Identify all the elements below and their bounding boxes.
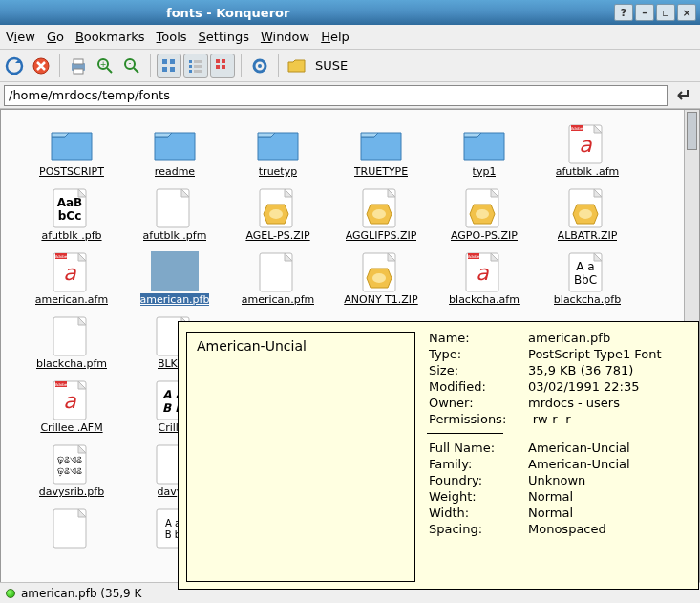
tooltip-key: Weight: — [427, 488, 526, 505]
folder-icon — [287, 57, 307, 75]
file-item[interactable]: AdobeaCrillee .AFM — [20, 377, 123, 434]
menu-window[interactable]: Window — [255, 30, 315, 44]
menu-bookmarks[interactable]: Bookmarks — [70, 30, 151, 44]
help-button[interactable]: ? — [614, 4, 633, 21]
file-icon — [252, 185, 304, 229]
file-item[interactable]: ANONY T1.ZIP — [329, 249, 433, 306]
suse-folder-button[interactable] — [285, 54, 309, 78]
zoom-in-button[interactable]: + — [93, 54, 117, 78]
window-title: fonts - Konqueror — [4, 6, 289, 20]
svg-text:AaB: AaB — [57, 196, 83, 209]
tooltip-value: 03/02/1991 22:35 — [526, 378, 690, 395]
file-item[interactable]: TRUETYPE — [329, 121, 433, 178]
svg-text:Adobe: Adobe — [55, 254, 68, 259]
file-item[interactable]: AGEL-PS.ZIP — [226, 185, 329, 242]
file-icon — [252, 121, 304, 165]
file-item[interactable]: truetyp — [226, 121, 329, 178]
svg-text:Adobe: Adobe — [571, 126, 583, 131]
file-label: ANONY T1.ZIP — [344, 293, 417, 306]
detail-view-button[interactable] — [210, 54, 235, 78]
go-button[interactable] — [671, 83, 696, 108]
file-item[interactable]: typ1 — [433, 121, 536, 178]
file-item[interactable]: Adobeablackcha.afm — [433, 249, 536, 306]
file-item[interactable]: american.pfb — [123, 249, 226, 306]
menu-view[interactable]: View — [0, 30, 41, 44]
titlebar: fonts - Konqueror ? – ▫ × — [0, 0, 700, 25]
svg-rect-17 — [189, 65, 192, 68]
svg-text:a: a — [476, 261, 489, 285]
file-label: typ1 — [473, 165, 497, 178]
file-icon: AaBbCc — [46, 185, 97, 229]
file-item[interactable]: AGGLIFPS.ZIP — [329, 185, 433, 242]
status-text: american.pfb (35,9 K — [21, 587, 141, 600]
file-label: american.pfm — [242, 293, 315, 306]
location-input[interactable] — [4, 85, 668, 106]
file-icon — [149, 249, 201, 293]
file-label: Crillee .AFM — [40, 421, 102, 434]
menu-settings[interactable]: Settings — [193, 30, 255, 44]
suse-label[interactable]: SUSE — [311, 58, 351, 73]
svg-rect-3 — [74, 59, 83, 64]
file-item[interactable]: POSTSCRIPT — [20, 121, 123, 178]
gear-icon — [250, 56, 269, 75]
zoom-out-icon: - — [122, 56, 141, 75]
svg-text:a: a — [63, 389, 76, 413]
tooltip-value: American-Uncial — [526, 440, 690, 456]
file-item[interactable]: afutblk .pfm — [123, 185, 226, 242]
menu-go[interactable]: Go — [41, 30, 70, 44]
file-item[interactable]: Adobeaamerican.afm — [20, 249, 123, 306]
tooltip-value: Normal — [526, 505, 690, 521]
list-view-button[interactable] — [183, 54, 208, 78]
svg-rect-15 — [189, 60, 192, 63]
print-button[interactable] — [66, 54, 91, 78]
file-label: afutblk .pfb — [41, 229, 101, 242]
file-item[interactable]: blackcha.pfm — [20, 313, 123, 370]
file-item[interactable]: AGPO-PS.ZIP — [433, 185, 536, 242]
maximize-button[interactable]: ▫ — [656, 4, 675, 21]
file-item[interactable]: AaBbCcafutblk .pfb — [20, 185, 123, 242]
zoom-out-button[interactable]: - — [119, 54, 144, 78]
file-icon — [252, 249, 304, 293]
svg-rect-22 — [222, 59, 225, 63]
file-item[interactable]: Adobeaafutblk .afm — [536, 121, 639, 178]
svg-text:Adobe: Adobe — [468, 254, 480, 259]
close-button[interactable]: × — [677, 4, 696, 21]
svg-rect-16 — [194, 60, 202, 63]
svg-rect-18 — [194, 65, 202, 68]
file-item[interactable]: american.pfm — [226, 249, 329, 306]
svg-text:ଢ଼ଌଏଌ: ଢ଼ଌଏଌ — [57, 465, 82, 477]
svg-rect-21 — [216, 59, 220, 63]
file-icon — [355, 185, 407, 229]
file-item[interactable]: readme — [123, 121, 226, 178]
svg-text:BbC: BbC — [574, 273, 597, 287]
stop-button[interactable] — [29, 54, 53, 78]
tooltip-key: Foundry: — [427, 472, 526, 488]
tooltip-value: 35,9 KB (36 781) — [526, 362, 690, 378]
svg-point-40 — [476, 209, 489, 219]
svg-point-26 — [258, 64, 262, 68]
svg-text:-: - — [129, 59, 132, 68]
tooltip-value: -rw-r--r-- — [526, 411, 690, 427]
svg-rect-4 — [74, 69, 83, 74]
icon-view-button[interactable] — [157, 54, 181, 78]
file-icon: ଢ଼ଌଏଌଢ଼ଌଏଌ — [46, 441, 97, 485]
svg-text:a: a — [579, 133, 592, 157]
menu-tools[interactable]: Tools — [151, 30, 193, 44]
svg-text:A a: A a — [576, 260, 594, 273]
tooltip-key: Family: — [427, 456, 526, 472]
menu-help[interactable]: Help — [315, 30, 355, 44]
file-item[interactable]: A aBbCblackcha.pfb — [536, 249, 639, 306]
minimize-button[interactable]: – — [635, 4, 654, 21]
settings-button[interactable] — [247, 54, 272, 78]
tooltip-key: Owner: — [427, 395, 526, 411]
stop-icon — [32, 56, 51, 75]
svg-rect-20 — [194, 70, 202, 73]
scrollbar-thumb[interactable] — [687, 112, 697, 150]
file-icon — [458, 121, 510, 165]
file-icon: Adobea — [46, 249, 97, 293]
reload-button[interactable] — [2, 54, 27, 78]
file-item[interactable]: ALBATR.ZIP — [536, 185, 639, 242]
print-icon — [69, 56, 88, 75]
file-item[interactable]: ଢ଼ଌଏଌଢ଼ଌଏଌdavysrib.pfb — [20, 441, 123, 498]
file-item[interactable] — [20, 506, 123, 549]
